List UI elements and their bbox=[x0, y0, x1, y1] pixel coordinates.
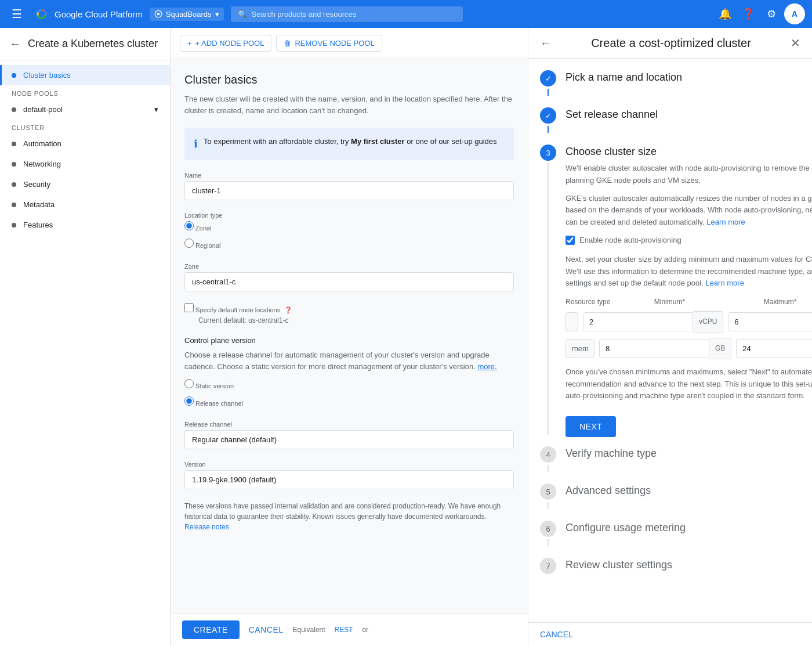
sidebar-title: Create a Kubernetes cluster bbox=[28, 38, 158, 50]
step-4-circle: 4 bbox=[540, 446, 556, 463]
name-field: Name bbox=[184, 172, 514, 200]
sidebar-item-security[interactable]: Security bbox=[0, 174, 170, 194]
memory-min-input[interactable] bbox=[599, 339, 709, 358]
sidebar-item-networking[interactable]: Networking bbox=[0, 154, 170, 174]
avatar[interactable]: A bbox=[784, 3, 805, 24]
notifications-icon[interactable]: 🔔 bbox=[715, 3, 735, 24]
step-3-indicator: 3 bbox=[540, 145, 556, 437]
add-node-pool-button[interactable]: + + ADD NODE POOL bbox=[180, 35, 271, 52]
info-box: ℹ To experiment with an affordable clust… bbox=[184, 128, 514, 160]
col-resource-type: Resource type bbox=[566, 297, 650, 308]
create-button[interactable]: CREATE bbox=[182, 620, 240, 639]
specify-default-checkbox[interactable] bbox=[184, 303, 194, 312]
section-desc: The new cluster will be created with the… bbox=[184, 93, 514, 116]
top-nav: ☰ Google Cloud Platform SquadBoards ▾ 🔍 … bbox=[0, 0, 812, 28]
step-5-indicator: 5 bbox=[540, 483, 556, 511]
sidebar-item-cluster-basics[interactable]: Cluster basics bbox=[0, 65, 170, 85]
rest-link[interactable]: REST bbox=[335, 626, 353, 634]
bottom-bar: CREATE CANCEL Equivalent REST or bbox=[171, 613, 528, 646]
specify-default-field: Specify default node locations ❓ Current… bbox=[184, 303, 514, 324]
cpu-max-input[interactable] bbox=[728, 312, 812, 331]
release-channel-radio[interactable] bbox=[184, 396, 194, 406]
hamburger-icon[interactable]: ☰ bbox=[7, 2, 27, 26]
zone-input[interactable] bbox=[184, 272, 514, 291]
remove-node-pool-button[interactable]: 🗑 REMOVE NODE POOL bbox=[276, 35, 382, 52]
dot-icon bbox=[12, 162, 16, 167]
content-area: + + ADD NODE POOL 🗑 REMOVE NODE POOL Clu… bbox=[171, 28, 528, 646]
memory-max-cell: GB bbox=[736, 338, 812, 359]
learn-more-2-link[interactable]: Learn more bbox=[705, 279, 744, 287]
static-version-option[interactable]: Static version bbox=[184, 379, 514, 389]
step-5: 5 Advanced settings bbox=[540, 483, 800, 511]
step-5-title: Advanced settings bbox=[566, 483, 800, 497]
next-button[interactable]: NEXT bbox=[566, 416, 616, 437]
specify-default-option[interactable]: Specify default node locations ❓ bbox=[184, 303, 514, 314]
project-selector[interactable]: SquadBoards ▾ bbox=[150, 8, 224, 21]
project-name: SquadBoards bbox=[166, 10, 212, 19]
content-scroll: Cluster basics The new cluster will be c… bbox=[171, 59, 528, 613]
help-icon[interactable]: ❓ bbox=[738, 3, 759, 24]
sidebar-nav: Cluster basics NODE POOLS default-pool ▾… bbox=[0, 60, 170, 240]
release-channel-value-label: Release channel bbox=[184, 421, 514, 428]
step-7-title: Review cluster settings bbox=[566, 558, 800, 571]
release-channel-input[interactable] bbox=[184, 430, 514, 449]
content-toolbar: + + ADD NODE POOL 🗑 REMOVE NODE POOL bbox=[171, 28, 528, 59]
sidebar-item-metadata[interactable]: Metadata bbox=[0, 194, 170, 215]
or-text: or bbox=[362, 626, 369, 634]
step-3-circle: 3 bbox=[540, 145, 556, 161]
memory-max-input[interactable] bbox=[736, 339, 812, 358]
col-maximum: Maximum* bbox=[764, 297, 812, 308]
right-panel-cancel-button[interactable]: CANCEL bbox=[540, 630, 573, 639]
release-notes-link[interactable]: Release notes bbox=[184, 523, 229, 531]
search-input[interactable] bbox=[252, 10, 456, 19]
read-more-link[interactable]: more. bbox=[477, 362, 496, 371]
sidebar-item-default-pool[interactable]: default-pool ▾ bbox=[0, 99, 170, 120]
zonal-radio[interactable] bbox=[184, 221, 194, 230]
release-channel-value-field: Release channel bbox=[184, 421, 514, 449]
step-7-indicator: 7 bbox=[540, 558, 556, 576]
cpu-min-input[interactable] bbox=[583, 312, 693, 331]
static-radio[interactable] bbox=[184, 379, 194, 388]
step-5-line bbox=[548, 502, 549, 509]
sidebar-item-features[interactable]: Features bbox=[0, 215, 170, 235]
auto-provisioning-option[interactable]: Enable node auto-provisioning bbox=[566, 234, 812, 247]
sidebar-back-icon[interactable]: ← bbox=[9, 37, 21, 50]
dot-icon bbox=[12, 223, 16, 228]
info-text: To experiment with an affordable cluster… bbox=[204, 136, 497, 147]
version-input[interactable] bbox=[184, 470, 514, 489]
gcp-logo-icon bbox=[34, 6, 50, 22]
regional-option[interactable]: Regional bbox=[184, 239, 514, 249]
step-4-title: Verify machine type bbox=[566, 446, 800, 460]
step-6-indicator: 6 bbox=[540, 521, 556, 548]
dot-icon bbox=[12, 107, 16, 112]
brand-text: Google Cloud Platform bbox=[55, 9, 143, 19]
right-panel-back-icon[interactable]: ← bbox=[540, 37, 552, 50]
step-6: 6 Configure usage metering bbox=[540, 521, 800, 548]
zonal-option[interactable]: Zonal bbox=[184, 221, 514, 232]
cancel-button[interactable]: CANCEL bbox=[249, 625, 284, 634]
search-bar[interactable]: 🔍 bbox=[231, 6, 463, 22]
step-2-title: Set release channel bbox=[566, 107, 800, 121]
learn-more-1-link[interactable]: Learn more bbox=[706, 218, 745, 226]
step-1-line bbox=[548, 89, 549, 96]
step-1-circle: ✓ bbox=[540, 70, 556, 86]
location-type-field: Location type Zonal Regional bbox=[184, 212, 514, 251]
step-1-indicator: ✓ bbox=[540, 70, 556, 98]
svg-point-1 bbox=[157, 13, 160, 16]
sidebar-item-label: Networking bbox=[23, 160, 61, 168]
regional-radio[interactable] bbox=[184, 239, 194, 248]
sidebar-item-automation[interactable]: Automation bbox=[0, 133, 170, 154]
auto-provisioning-checkbox[interactable] bbox=[566, 236, 575, 245]
release-channel-option[interactable]: Release channel bbox=[184, 396, 514, 407]
memory-name-cell bbox=[566, 339, 594, 358]
col-minimum: Minimum* bbox=[654, 297, 759, 308]
name-input[interactable] bbox=[184, 181, 514, 200]
step-5-circle: 5 bbox=[540, 483, 556, 500]
default-pool-label: default-pool bbox=[23, 105, 63, 114]
step-5-content: Advanced settings bbox=[566, 483, 800, 511]
right-panel-close-icon[interactable]: ✕ bbox=[791, 36, 800, 50]
step-3: 3 Choose cluster size We'll enable clust… bbox=[540, 145, 800, 437]
settings-icon[interactable]: ⚙ bbox=[761, 3, 782, 24]
specify-default-label: Specify default node locations bbox=[195, 306, 280, 313]
step-7: 7 Review cluster settings bbox=[540, 558, 800, 576]
